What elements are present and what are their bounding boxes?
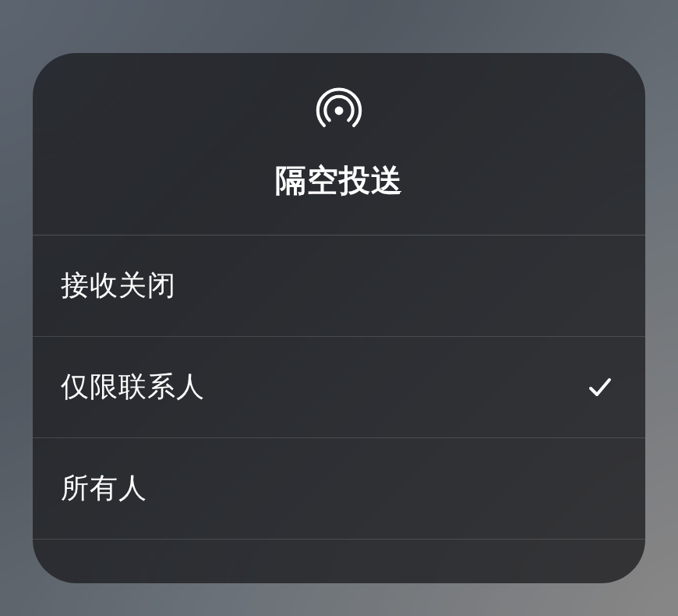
option-label: 接收关闭 bbox=[61, 267, 176, 305]
option-label: 所有人 bbox=[61, 469, 147, 508]
options-list: 接收关闭 仅限联系人 所有人 bbox=[33, 235, 645, 540]
option-everyone[interactable]: 所有人 bbox=[33, 438, 645, 540]
panel-header: 隔空投送 bbox=[33, 53, 645, 235]
checkmark-icon bbox=[586, 373, 614, 402]
svg-point-0 bbox=[335, 107, 344, 115]
airdrop-panel: 隔空投送 接收关闭 仅限联系人 所有人 bbox=[33, 53, 645, 583]
panel-title: 隔空投送 bbox=[275, 159, 403, 202]
option-label: 仅限联系人 bbox=[61, 368, 205, 406]
option-receiving-off[interactable]: 接收关闭 bbox=[33, 235, 645, 337]
option-contacts-only[interactable]: 仅限联系人 bbox=[33, 337, 645, 438]
airdrop-icon bbox=[313, 84, 365, 140]
